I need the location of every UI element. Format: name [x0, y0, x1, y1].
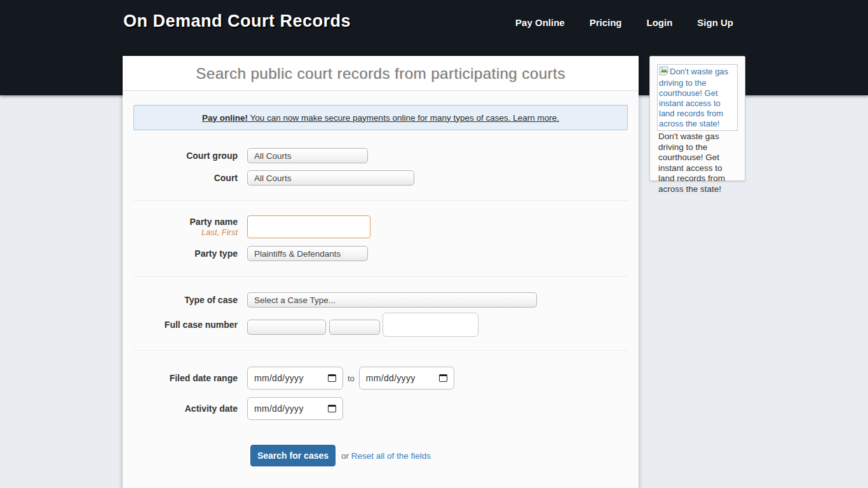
party-type-select[interactable]: Plaintiffs & Defendants	[247, 246, 368, 261]
broken-image-icon	[659, 66, 669, 78]
party-name-hint: Last, First	[123, 227, 238, 237]
top-nav: Pay Online Pricing Login Sign Up	[515, 17, 733, 28]
filed-date-to-input[interactable]: mm/dd/yyyy	[359, 367, 454, 390]
case-type-value: Select a Case Type...	[254, 295, 336, 305]
party-name-label-text: Party name	[190, 217, 238, 227]
pay-online-banner-text: You can now make secure payments online …	[248, 113, 559, 123]
sidebar-ad-card: Don't waste gas driving to the courthous…	[649, 56, 745, 181]
party-name-input[interactable]	[247, 215, 370, 238]
court-group-row: Court group All Courts	[123, 148, 368, 163]
case-number-part1-select[interactable]	[247, 320, 326, 335]
case-number-input[interactable]	[383, 313, 478, 337]
case-type-row: Type of case Select a Case Type...	[123, 292, 537, 308]
party-name-label: Party name Last, First	[123, 217, 238, 237]
party-type-value: Plaintiffs & Defendants	[254, 249, 341, 259]
filed-date-from-input[interactable]: mm/dd/yyyy	[247, 367, 343, 390]
pay-online-banner: Pay online! You can now make secure paym…	[133, 105, 628, 130]
party-name-row: Party name Last, First	[123, 215, 370, 238]
page-title: Search public court records from partici…	[123, 56, 639, 91]
activity-date-label: Activity date	[123, 403, 238, 414]
divider	[133, 350, 628, 351]
court-row: Court All Courts	[123, 170, 414, 186]
court-label: Court	[123, 173, 238, 183]
court-group-select[interactable]: All Courts	[247, 148, 368, 163]
actions-row: Search for cases or Reset all of the fie…	[123, 445, 431, 466]
divider	[133, 200, 628, 201]
activity-date-input[interactable]: mm/dd/yyyy	[247, 397, 343, 420]
case-type-select[interactable]: Select a Case Type...	[247, 292, 537, 308]
filed-date-label: Filed date range	[123, 373, 238, 383]
pay-online-banner-link[interactable]: Pay online! You can now make secure paym…	[202, 113, 559, 123]
party-type-label: Party type	[123, 248, 238, 259]
search-panel: Search public court records from partici…	[123, 56, 639, 488]
nav-pay-online[interactable]: Pay Online	[515, 17, 565, 28]
search-button[interactable]: Search for cases	[250, 445, 336, 466]
reset-wrap: or Reset all of the fields	[341, 451, 431, 461]
case-number-row: Full case number	[123, 313, 478, 337]
date-placeholder: mm/dd/yyyy	[254, 403, 328, 414]
sidebar-ad-caption: Don't waste gas driving to the courthous…	[658, 132, 740, 194]
case-type-label: Type of case	[123, 295, 238, 305]
site-title: On Demand Court Records	[123, 11, 351, 31]
court-select[interactable]: All Courts	[247, 170, 414, 186]
calendar-icon[interactable]	[439, 374, 447, 382]
divider	[133, 276, 628, 277]
activity-date-row: Activity date mm/dd/yyyy	[123, 397, 343, 420]
calendar-icon[interactable]	[328, 405, 336, 412]
date-placeholder: mm/dd/yyyy	[254, 373, 328, 383]
filed-date-row: Filed date range mm/dd/yyyy to mm/dd/yyy…	[123, 367, 454, 390]
nav-pricing[interactable]: Pricing	[590, 17, 622, 28]
nav-sign-up[interactable]: Sign Up	[697, 17, 733, 28]
case-number-label: Full case number	[123, 320, 238, 330]
date-range-separator: to	[348, 374, 355, 383]
court-group-value: All Courts	[254, 151, 292, 161]
court-value: All Courts	[254, 173, 292, 183]
case-number-fields	[247, 313, 478, 337]
date-placeholder: mm/dd/yyyy	[366, 373, 439, 383]
nav-login[interactable]: Login	[647, 17, 673, 28]
reset-link[interactable]: Reset all of the fields	[351, 451, 431, 461]
calendar-icon[interactable]	[328, 374, 336, 382]
reset-prefix: or	[341, 451, 349, 461]
case-number-part2-select[interactable]	[329, 320, 380, 335]
pay-online-banner-bold: Pay online!	[202, 113, 248, 123]
sidebar-ad-alt-text: Don't waste gas driving to the courthous…	[659, 67, 728, 128]
court-group-label: Court group	[123, 151, 238, 161]
party-type-row: Party type Plaintiffs & Defendants	[123, 246, 368, 261]
sidebar-ad-link[interactable]: Don't waste gas driving to the courthous…	[657, 64, 738, 131]
